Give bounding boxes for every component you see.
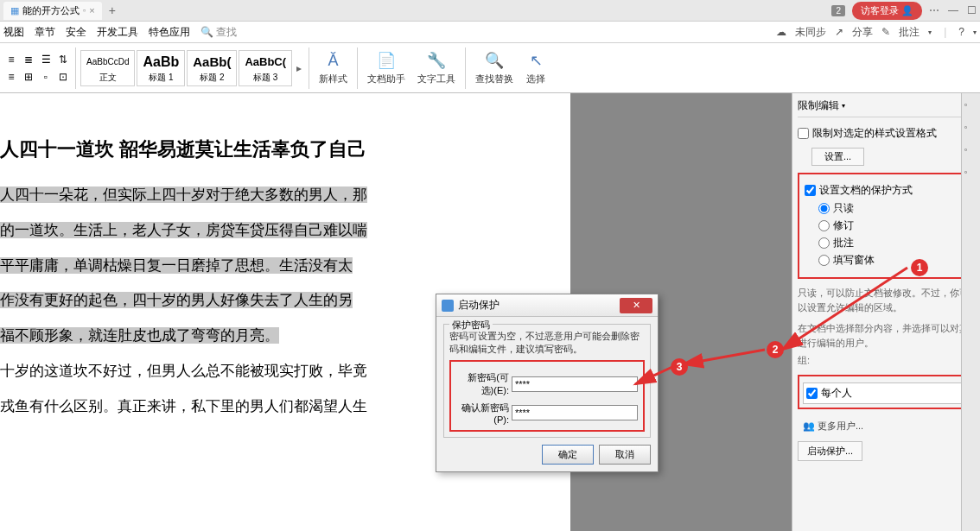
line-spacing-icon[interactable]: ⇅ bbox=[55, 52, 71, 67]
style-normal[interactable]: AaBbCcDd 正文 bbox=[80, 50, 135, 86]
document-paragraph: 人四十一朵花，但实际上四十岁对于绝大多数的男人，那 bbox=[0, 186, 367, 203]
protect-mode-checkbox[interactable] bbox=[805, 185, 816, 196]
menubar: 视图 章节 安全 开发工具 特色应用 🔍 查找 ☁ 未同步 ↗ 分享 ✎ 批注 … bbox=[0, 22, 980, 43]
text-tool-icon: 🔧 bbox=[426, 50, 447, 71]
document-area[interactable]: 人四十一道坎 韶华易逝莫让生活辜负了自己 人四十一朵花，但实际上四十岁对于绝大多… bbox=[0, 93, 792, 531]
menu-security[interactable]: 安全 bbox=[66, 25, 86, 40]
dialog-title: 启动保护 bbox=[458, 298, 500, 313]
annotation-2: 2 bbox=[767, 341, 784, 358]
distribute-icon[interactable]: ⊞ bbox=[21, 69, 36, 85]
search-label: 查找 bbox=[216, 25, 237, 40]
select-button[interactable]: ↖ 选择 bbox=[520, 48, 551, 87]
doc-helper-button[interactable]: 📄 文档助手 bbox=[362, 48, 410, 87]
radio-form[interactable] bbox=[818, 255, 830, 266]
new-style-icon: Ă bbox=[323, 50, 344, 71]
restrict-format-checkbox[interactable] bbox=[798, 128, 809, 139]
cloud-icon[interactable]: ☁ bbox=[776, 26, 786, 38]
notification-badge[interactable]: 2 bbox=[831, 5, 845, 16]
new-tab-button[interactable]: + bbox=[109, 3, 116, 17]
minimize-icon[interactable]: — bbox=[948, 4, 958, 16]
more-users-button[interactable]: 👥 更多用户... bbox=[798, 418, 975, 434]
style-heading1[interactable]: AaBb 标题 1 bbox=[137, 50, 185, 86]
styles-expand-icon[interactable]: ▸ bbox=[294, 62, 304, 74]
more-icon[interactable]: ⋯ bbox=[929, 4, 939, 16]
comment-label[interactable]: 批注 bbox=[899, 25, 920, 40]
protect-mode-label: 设置文档的保护方式 bbox=[819, 183, 913, 198]
everyone-label: 每个人 bbox=[821, 386, 852, 401]
align-left-icon[interactable]: ≡ bbox=[3, 52, 19, 67]
select-icon: ↖ bbox=[525, 50, 546, 71]
setup-button[interactable]: 设置... bbox=[811, 148, 864, 166]
protection-mode-box: 设置文档的保护方式 只读 修订 批注 填写窗体 bbox=[798, 173, 975, 279]
cancel-button[interactable]: 取消 bbox=[599, 445, 651, 465]
style-heading2[interactable]: AaBb( 标题 2 bbox=[187, 50, 237, 86]
dialog-close-button[interactable]: ✕ bbox=[620, 298, 652, 313]
new-password-label: 新密码(可选)(E): bbox=[456, 371, 509, 397]
ok-button[interactable]: 确定 bbox=[542, 445, 594, 465]
document-paragraph: 福不顾形象，就连肚皮也成了弯弯的月亮。 bbox=[0, 327, 279, 344]
radio-readonly[interactable] bbox=[818, 203, 830, 214]
wps-icon: ▦ bbox=[10, 5, 19, 16]
search-box[interactable]: 🔍 查找 bbox=[200, 25, 237, 40]
radio-comment[interactable] bbox=[818, 237, 830, 249]
rightbar-icon-3[interactable]: ◦ bbox=[964, 143, 978, 157]
users-icon: 👥 bbox=[803, 420, 815, 432]
style-heading3[interactable]: AaBbC( 标题 3 bbox=[239, 50, 292, 86]
start-protection-dialog: 启动保护 ✕ 保护密码 密码可设置为空，不过恶意用户可能会删除密码和编辑文件，建… bbox=[436, 294, 659, 472]
document-paragraph: 平平庸庸，单调枯燥日复一日磨掉了思想。生活没有太 bbox=[0, 257, 353, 274]
radio-revision[interactable] bbox=[818, 220, 830, 231]
login-label: 访客登录 bbox=[861, 4, 899, 17]
document-paragraph: 的一道坎。生活上，老人子女，房贷车贷压得自己难以喘 bbox=[0, 222, 367, 238]
group-label: 组: bbox=[798, 353, 975, 368]
password-inputs-highlight: 新密码(可选)(E): 确认新密码(P): bbox=[449, 360, 645, 432]
titlebar: ▦ 能的开方公式 ▫ × + 2 访客登录 👤 ⋯ — ☐ bbox=[0, 0, 980, 22]
ribbon: ≡ ≣ ☰ ⇅ ≡ ⊞ ▫ ⊡ AaBbCcDd 正文 AaBb 标题 1 Aa… bbox=[0, 43, 980, 93]
right-toolbar: ◦ ◦ ◦ ◦ bbox=[961, 93, 980, 531]
confirm-password-input[interactable] bbox=[512, 405, 638, 420]
annotation-1: 1 bbox=[911, 259, 928, 276]
align-center-icon[interactable]: ≣ bbox=[21, 52, 36, 67]
user-icon: 👤 bbox=[901, 5, 913, 16]
doc-helper-icon: 📄 bbox=[376, 50, 397, 71]
search-icon: 🔍 bbox=[200, 26, 213, 38]
unsync-label[interactable]: 未同步 bbox=[795, 25, 826, 40]
fieldset-legend: 保护密码 bbox=[449, 319, 493, 332]
menu-devtools[interactable]: 开发工具 bbox=[97, 25, 138, 40]
rightbar-icon-4[interactable]: ◦ bbox=[964, 166, 978, 180]
help-icon[interactable]: ? bbox=[958, 26, 964, 38]
new-style-button[interactable]: Ă 新样式 bbox=[314, 48, 353, 87]
everyone-box-highlight: 每个人 bbox=[798, 375, 975, 409]
restrict-editing-panel: 限制编辑 ▾ × 限制对选定的样式设置格式 设置... 设置文档的保护方式 只读… bbox=[792, 93, 980, 531]
find-replace-button[interactable]: 🔍 查找替换 bbox=[470, 48, 519, 87]
tab-dropdown-icon[interactable]: ▫ bbox=[83, 6, 86, 15]
confirm-password-label: 确认新密码(P): bbox=[456, 401, 509, 425]
restrict-format-label: 限制对选定的样式设置格式 bbox=[812, 126, 937, 141]
text-tool-button[interactable]: 🔧 文字工具 bbox=[412, 48, 461, 87]
readonly-description: 只读，可以防止文档被修改。不过，你可以设置允许编辑的区域。 bbox=[798, 286, 975, 314]
start-protect-button[interactable]: 启动保护... bbox=[798, 441, 862, 461]
new-password-input[interactable] bbox=[512, 376, 638, 392]
share-label[interactable]: 分享 bbox=[852, 25, 873, 40]
panel-title: 限制编辑 bbox=[798, 98, 839, 113]
document-title: 人四十一道坎 韶华易逝莫让生活辜负了自己 bbox=[0, 136, 562, 162]
maximize-icon[interactable]: ☐ bbox=[967, 4, 977, 16]
border-icon[interactable]: ▫ bbox=[38, 69, 54, 85]
document-paragraph: 作没有更好的起色，四十岁的男人好像失去了人生的另 bbox=[0, 292, 353, 308]
share-icon[interactable]: ↗ bbox=[835, 26, 843, 38]
para-icon[interactable]: ⊡ bbox=[55, 69, 71, 85]
everyone-checkbox[interactable] bbox=[806, 388, 818, 399]
rightbar-icon-2[interactable]: ◦ bbox=[964, 121, 978, 135]
menu-view[interactable]: 视图 bbox=[3, 25, 24, 40]
dialog-icon bbox=[442, 300, 454, 312]
tab-title: 能的开方公式 bbox=[22, 4, 80, 17]
align-right-icon[interactable]: ☰ bbox=[38, 52, 54, 67]
document-tab[interactable]: ▦ 能的开方公式 ▫ × bbox=[3, 2, 102, 20]
password-description: 密码可设置为空，不过恶意用户可能会删除密码和编辑文件，建议填写密码。 bbox=[449, 330, 645, 357]
comment-icon[interactable]: ✎ bbox=[881, 26, 890, 38]
rightbar-icon-1[interactable]: ◦ bbox=[964, 98, 978, 112]
menu-special[interactable]: 特色应用 bbox=[149, 25, 190, 40]
tab-close-icon[interactable]: × bbox=[89, 5, 94, 16]
menu-chapter[interactable]: 章节 bbox=[35, 25, 55, 40]
login-button[interactable]: 访客登录 👤 bbox=[852, 2, 922, 20]
justify-icon[interactable]: ≡ bbox=[3, 69, 19, 85]
